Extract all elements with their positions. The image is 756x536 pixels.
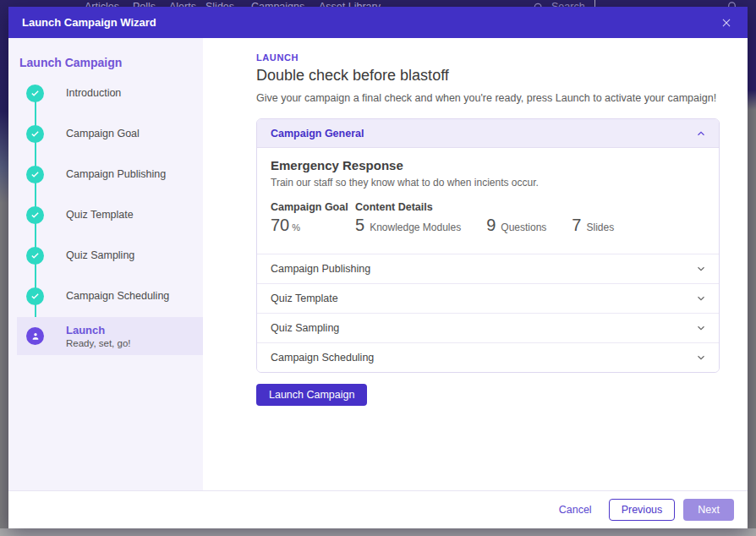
sidebar-step-launch[interactable]: Launch Ready, set, go! [17,317,203,355]
review-accordion: Campaign General Emergency Response Trai… [256,118,720,373]
accordion-section-quiz-sampling[interactable]: Quiz Sampling [257,313,719,342]
sidebar-step-introduction[interactable]: Introduction [8,73,203,113]
page-edge-bottom [0,528,756,536]
launch-campaign-button[interactable]: Launch Campaign [256,384,367,406]
stats-header-row: Campaign Goal Content Details [271,201,705,213]
stat-slides: 7 Slides [572,216,614,235]
next-button[interactable]: Next [683,499,734,521]
wizard-stepper-sidebar: Launch Campaign Introduction Campaign Go… [8,38,203,490]
check-icon [26,166,44,183]
accordion-title: Quiz Template [271,293,338,304]
check-icon [26,287,44,305]
check-icon [26,85,44,102]
step-sublabel: Ready, set, go! [66,338,131,348]
stats-value-row: 70% 5 Knowledge Modules 9 Questions 7 [271,216,705,235]
accordion-title: Campaign General [271,128,364,139]
modal-header: Launch Campaign Wizard [8,7,748,38]
accordion-section-campaign-general[interactable]: Campaign General [257,119,719,148]
active-step-labels: Launch Ready, set, go! [66,324,131,348]
page-edge-left [0,0,8,203]
stat-questions: 9 Questions [486,216,546,235]
chevron-up-icon [695,128,707,139]
content-details-label: Content Details [355,201,433,213]
accordion-title: Campaign Publishing [271,263,370,275]
accordion-title: Quiz Sampling [271,322,339,334]
page-description: Give your campaign a final check and whe… [256,92,720,104]
accordion-title: Campaign Scheduling [271,352,374,364]
person-icon [26,327,44,345]
sidebar-step-campaign-scheduling[interactable]: Campaign Scheduling [8,276,203,316]
campaign-goal-label: Campaign Goal [271,201,355,213]
step-label: Introduction [66,87,121,99]
step-label: Campaign Scheduling [66,290,169,302]
sidebar-step-quiz-sampling[interactable]: Quiz Sampling [8,235,203,276]
launch-campaign-wizard-modal: Launch Campaign Wizard Launch Campaign I… [8,7,748,528]
check-icon [26,206,44,224]
modal-footer: Cancel Previous Next [8,490,748,528]
step-label: Quiz Sampling [66,249,134,261]
previous-button[interactable]: Previous [609,499,676,521]
step-label: Campaign Goal [66,128,140,139]
campaign-goal-value: 70% [271,216,355,235]
check-icon [26,125,44,143]
accordion-section-campaign-publishing[interactable]: Campaign Publishing [257,254,719,283]
accordion-section-campaign-scheduling[interactable]: Campaign Scheduling [257,342,719,372]
step-overline: LAUNCH [256,52,720,63]
page-edge-right [748,0,756,110]
chevron-down-icon [695,293,707,304]
chevron-down-icon [695,263,707,275]
page-title: Double check before blastoff [256,67,720,85]
step-label: Launch [66,324,131,336]
accordion-section-quiz-template[interactable]: Quiz Template [257,283,719,313]
check-icon [26,247,44,265]
sidebar-title: Launch Campaign [19,56,122,69]
close-icon[interactable] [717,14,736,32]
wizard-main-panel: LAUNCH Double check before blastoff Give… [203,38,748,490]
sidebar-step-campaign-goal[interactable]: Campaign Goal [8,113,203,154]
sidebar-step-campaign-publishing[interactable]: Campaign Publishing [8,154,203,194]
step-label: Campaign Publishing [66,168,166,180]
campaign-description: Train our staff so they know what to do … [271,177,705,189]
chevron-down-icon [695,352,707,364]
stat-knowledge-modules: 5 Knowledge Modules [355,216,461,235]
campaign-name: Emergency Response [271,158,705,172]
step-label: Quiz Template [66,209,134,221]
sidebar-step-quiz-template[interactable]: Quiz Template [8,194,203,235]
modal-title: Launch Campaign Wizard [22,16,156,29]
modal-body: Launch Campaign Introduction Campaign Go… [8,38,748,490]
campaign-general-panel: Emergency Response Train our staff so th… [257,148,719,254]
chevron-down-icon [695,322,707,334]
cancel-button[interactable]: Cancel [559,504,592,516]
